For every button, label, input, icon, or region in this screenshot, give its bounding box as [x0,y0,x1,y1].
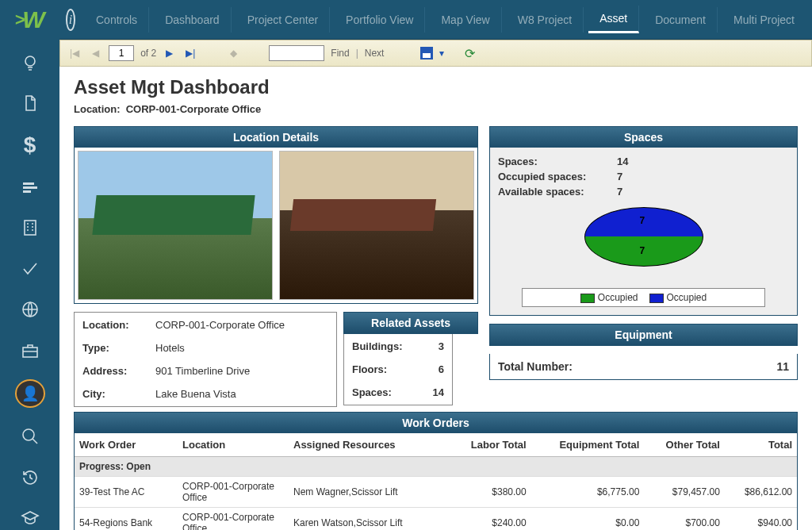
location-photo-1 [78,151,273,300]
location-fields-table: Location:CORP-001-Corporate Office Type:… [74,312,337,407]
location-details-header: Location Details [75,127,477,148]
spaces-header: Spaces [490,127,797,148]
history-icon[interactable] [15,466,45,489]
location-photo-2 [279,151,474,300]
tab-asset[interactable]: Asset [588,6,639,33]
globe-icon[interactable] [15,298,45,321]
find-next-button[interactable]: Next [365,48,385,59]
spaces-legend: Occupied Occupied [522,288,765,307]
check-icon[interactable] [15,257,45,280]
work-orders-panel: Work Orders Work Order Location Assigned… [74,412,798,530]
logo: >W [14,6,44,33]
last-page-icon[interactable]: ▶| [182,48,198,59]
page-number-input[interactable] [109,45,134,61]
tab-document[interactable]: Document [644,7,718,33]
find-input[interactable] [269,45,324,61]
svg-rect-6 [23,348,37,357]
work-orders-table: Work Order Location Assigned Resources L… [75,433,797,530]
svg-rect-1 [23,182,34,185]
tab-map-view[interactable]: Map View [430,7,501,33]
tab-w8-project[interactable]: W8 Project [507,7,584,33]
sidebar: >W $ 👤 [0,0,59,530]
export-icon[interactable] [420,47,433,60]
spaces-panel: Spaces Spaces:14 Occupied spaces:7 Avail… [489,126,798,316]
graduation-icon[interactable] [15,507,45,530]
location-details-panel: Location Details [74,126,478,304]
related-assets-header: Related Assets [343,312,478,334]
parent-report-icon: ◆ [227,48,240,59]
top-tabs: i Controls Dashboard Project Center Port… [59,0,812,40]
dollar-icon[interactable]: $ [15,132,45,158]
info-icon[interactable]: i [66,9,75,31]
document-icon[interactable] [15,91,45,114]
page-of-label: of 2 [140,48,156,59]
tab-dashboard[interactable]: Dashboard [154,7,232,33]
tab-project-center[interactable]: Project Center [236,7,330,33]
equipment-panel: Equipment [489,324,798,346]
tab-controls[interactable]: Controls [85,7,149,33]
building-icon[interactable] [15,216,45,239]
equipment-table: Total Number:11 [489,354,798,380]
related-assets-table: Buildings:3 Floors:6 Spaces:14 [343,334,453,405]
tab-multi-project[interactable]: Multi Project [722,7,806,33]
find-button[interactable]: Find [331,48,349,59]
next-page-icon[interactable]: ▶ [163,48,176,59]
search-icon[interactable] [15,425,45,448]
table-row[interactable]: 54-Regions BankCORP-001-Corporate Office… [75,508,797,531]
lightbulb-icon[interactable] [15,51,45,74]
avatar[interactable]: 👤 [15,379,45,407]
report-content: Asset Mgt Dashboard Location: CORP-001-C… [59,67,812,530]
table-row[interactable]: 39-Test The ACCORP-001-Corporate OfficeN… [75,477,797,508]
briefcase-icon[interactable] [15,339,45,362]
svg-rect-4 [25,221,36,235]
svg-point-7 [23,429,34,440]
spaces-pie-chart: 7 7 [498,207,789,278]
page-title: Asset Mgt Dashboard [74,76,798,98]
equipment-header: Equipment [490,325,797,345]
report-toolbar: |◀ ◀ of 2 ▶ ▶| ◆ Find | Next ▾ ⟳ [59,40,812,67]
svg-rect-2 [23,186,37,189]
work-orders-header: Work Orders [75,413,797,433]
prev-page-icon: ◀ [89,48,102,59]
location-line: Location: CORP-001-Corporate Office [74,103,798,115]
svg-point-0 [25,56,35,66]
bars-icon[interactable] [15,175,45,198]
tab-portfolio-view[interactable]: Portfolio View [335,7,425,33]
refresh-icon[interactable]: ⟳ [465,46,475,61]
svg-rect-3 [23,190,31,193]
first-page-icon: |◀ [67,48,82,59]
